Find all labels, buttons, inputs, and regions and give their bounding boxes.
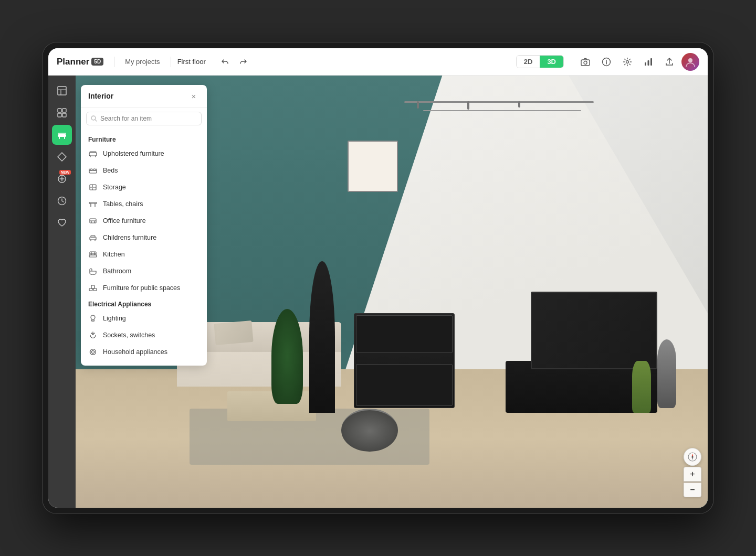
- logo-badge: 5D: [91, 58, 103, 66]
- svg-rect-23: [90, 169, 92, 170]
- menu-item-appliances[interactable]: Household appliances: [81, 344, 207, 360]
- viewport[interactable]: Interior × Furn: [76, 76, 708, 508]
- search-input[interactable]: [100, 115, 197, 122]
- info-button[interactable]: [597, 53, 615, 71]
- view-2d-button[interactable]: 2D: [517, 56, 540, 68]
- menu-item-sockets[interactable]: Sockets, switches: [81, 327, 207, 344]
- svg-rect-24: [93, 169, 96, 170]
- top-bar: Planner 5D My projects First floor: [48, 48, 708, 76]
- share-button[interactable]: [660, 53, 678, 71]
- svg-rect-30: [89, 255, 97, 257]
- search-box: [86, 112, 202, 125]
- svg-rect-0: [581, 60, 590, 66]
- lighting-icon: [88, 314, 98, 323]
- svg-point-7: [688, 58, 692, 62]
- panel-close-button[interactable]: ×: [188, 90, 200, 102]
- item-label: Beds: [103, 167, 118, 174]
- item-label: Storage: [103, 184, 126, 191]
- tv-screen: [531, 292, 657, 369]
- device-frame: Planner 5D My projects First floor: [42, 42, 714, 514]
- new-badge: NEW: [59, 170, 71, 175]
- panel-header: Interior ×: [81, 85, 207, 108]
- view-toggle: 2D 3D: [516, 55, 564, 68]
- camera-button[interactable]: [576, 53, 594, 71]
- bed-icon: [88, 166, 98, 175]
- category-furniture: Furniture: [81, 132, 207, 145]
- cabinet-top: [356, 315, 453, 353]
- bathroom-icon: [88, 266, 98, 276]
- svg-point-3: [626, 60, 629, 63]
- menu-item-children[interactable]: Childrens furniture: [81, 229, 207, 246]
- category-electrical: Electrical Appliances: [81, 296, 207, 310]
- menu-item-bathroom[interactable]: Bathroom: [81, 263, 207, 280]
- nav-separator-2: [171, 57, 171, 67]
- svg-rect-15: [64, 137, 65, 139]
- undo-button[interactable]: [216, 54, 233, 70]
- top-actions: [576, 53, 699, 71]
- menu-item-public[interactable]: Furniture for public spaces: [81, 280, 207, 296]
- zoom-out-button[interactable]: −: [684, 483, 701, 497]
- svg-rect-5: [648, 60, 649, 66]
- item-label: Tables, chairs: [103, 200, 143, 208]
- track-light-2: [467, 101, 469, 110]
- socket-icon: [88, 330, 98, 340]
- menu-item-office[interactable]: Office furniture: [81, 212, 207, 229]
- svg-rect-8: [58, 87, 66, 95]
- svg-rect-11: [58, 113, 61, 117]
- interior-panel: Interior × Furn: [81, 85, 207, 366]
- sidebar-tool-favorites[interactable]: [52, 213, 72, 233]
- svg-rect-26: [89, 202, 97, 204]
- appliances-icon: [88, 347, 98, 357]
- children-icon: [88, 233, 98, 242]
- svg-rect-4: [645, 62, 646, 66]
- sidebar-tool-materials[interactable]: [52, 147, 72, 167]
- svg-rect-14: [59, 137, 60, 139]
- logo: Planner 5D: [57, 57, 103, 67]
- sidebar-tool-new[interactable]: NEW: [52, 169, 72, 189]
- sidebar-tool-rooms[interactable]: [52, 103, 72, 123]
- item-label: Kitchen: [103, 251, 125, 258]
- wall-frame: [348, 141, 398, 193]
- zoom-in-button[interactable]: +: [684, 467, 701, 482]
- nav-separator-1: [114, 57, 114, 67]
- table-icon: [88, 199, 98, 209]
- vase-dark: [657, 339, 676, 409]
- menu-item-upholstered[interactable]: Upholstered furniture: [81, 145, 207, 162]
- svg-point-37: [92, 351, 94, 354]
- item-label: Bathroom: [103, 268, 131, 275]
- coffee-table: [227, 391, 316, 422]
- sidebar-tool-clock[interactable]: [52, 191, 72, 211]
- item-label: Upholstered furniture: [103, 150, 164, 157]
- menu-item-lighting[interactable]: Lighting: [81, 310, 207, 327]
- chart-button[interactable]: [639, 53, 657, 71]
- svg-rect-28: [90, 237, 96, 240]
- menu-item-kitchen[interactable]: Kitchen: [81, 246, 207, 263]
- compass-button[interactable]: [684, 448, 701, 466]
- cushion: [214, 320, 254, 345]
- redo-button[interactable]: [235, 54, 252, 70]
- svg-rect-29: [91, 236, 95, 237]
- menu-item-storage[interactable]: Storage: [81, 179, 207, 196]
- svg-rect-16: [58, 133, 66, 134]
- item-label: Sockets, switches: [103, 332, 155, 339]
- undo-redo-group: [216, 54, 252, 70]
- track-light-1: [417, 101, 419, 109]
- svg-rect-21: [90, 152, 96, 153]
- menu-item-tables[interactable]: Tables, chairs: [81, 196, 207, 212]
- avatar[interactable]: [681, 53, 699, 71]
- menu-item-beds[interactable]: Beds: [81, 162, 207, 179]
- sidebar-tool-furniture[interactable]: [52, 125, 72, 145]
- svg-rect-9: [58, 109, 61, 112]
- project-name[interactable]: First floor: [177, 58, 206, 66]
- plant: [271, 309, 303, 404]
- view-3d-button[interactable]: 3D: [540, 56, 563, 68]
- pouf: [341, 409, 398, 452]
- my-projects-link[interactable]: My projects: [121, 56, 164, 68]
- svg-rect-22: [89, 170, 97, 173]
- svg-rect-6: [650, 58, 652, 66]
- fireplace: [309, 261, 334, 412]
- settings-button[interactable]: [618, 53, 636, 71]
- track-light-3: [518, 101, 520, 108]
- sidebar-tool-floor-plan[interactable]: [52, 81, 72, 101]
- svg-point-39: [692, 456, 694, 458]
